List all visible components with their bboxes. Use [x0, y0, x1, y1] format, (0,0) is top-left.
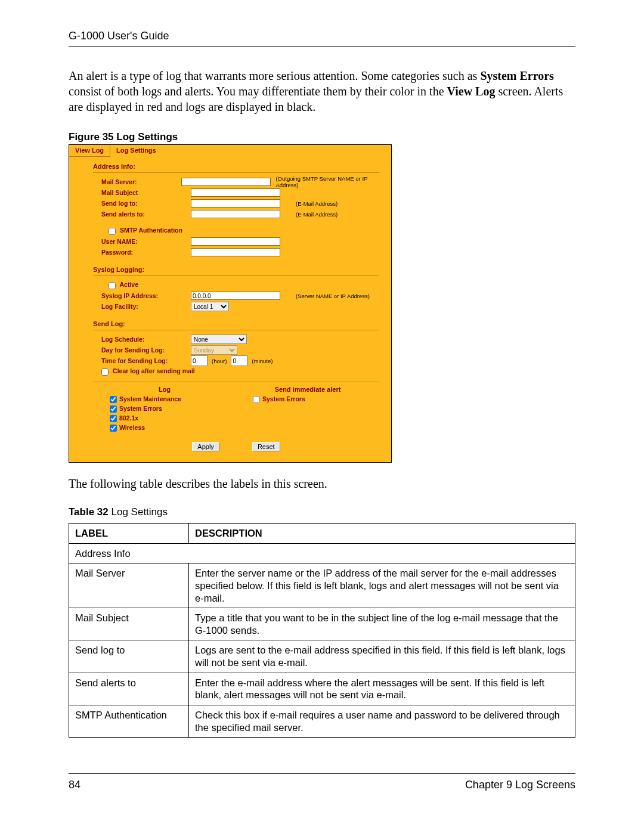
table-header-desc: DESCRIPTION: [189, 524, 575, 544]
table-row: SMTP Authentication: [69, 705, 189, 737]
table-cell: Enter the e-mail address where the alert…: [189, 673, 575, 705]
section-send-log: Send Log:: [93, 318, 379, 329]
label-active: Active: [120, 281, 139, 288]
label-day-sending: Day for Sending Log:: [93, 346, 191, 354]
table-cell: Enter the server name or the IP address …: [189, 563, 575, 608]
hint-syslog-ip: (Server NAME or IP Address): [292, 293, 370, 299]
time-minute-input[interactable]: [231, 355, 247, 366]
label-hour: (hour): [209, 358, 229, 364]
table-row: Mail Server: [69, 563, 189, 608]
smtp-auth-checkbox[interactable]: [109, 228, 116, 235]
day-sending-select[interactable]: Sunday: [191, 345, 237, 355]
log-wireless-checkbox[interactable]: [110, 425, 117, 432]
label-clear-log: Clear log after sending mail: [113, 367, 195, 374]
log-8021x-checkbox[interactable]: [110, 415, 117, 422]
mail-server-input[interactable]: [181, 178, 271, 186]
clear-log-checkbox[interactable]: [101, 368, 109, 376]
table-caption-bold: Table 32: [69, 506, 109, 518]
label-mail-server: Mail Server:: [93, 178, 181, 185]
label-smtp-auth: SMTP Authentication: [120, 227, 182, 234]
apply-button[interactable]: Apply: [192, 442, 219, 451]
chapter-label: Chapter 9 Log Screens: [465, 779, 575, 791]
intro-paragraph: An alert is a type of log that warrants …: [69, 68, 575, 114]
label-minute: (minute): [250, 358, 275, 364]
table-cell: Type a title that you want to be in the …: [189, 608, 575, 640]
label-send-alerts-to: Send alerts to:: [93, 210, 191, 218]
label-mail-subject: Mail Subject: [93, 189, 191, 196]
label-log-8021x: 802.1x: [119, 414, 138, 422]
reset-button[interactable]: Reset: [252, 442, 280, 451]
log-facility-select[interactable]: Local 1: [191, 302, 229, 311]
hint-send-log: (E-Mail Address): [292, 200, 338, 207]
after-figure-text: The following table describes the labels…: [69, 477, 575, 491]
table-cell: Check this box if e-mail requires a user…: [189, 705, 575, 737]
intro-bold-2: View Log: [447, 85, 496, 98]
intro-text-2: consist of both logs and alerts. You may…: [69, 85, 447, 98]
time-hour-input[interactable]: [191, 355, 208, 366]
send-alerts-to-input[interactable]: [191, 210, 280, 218]
log-schedule-select[interactable]: None: [191, 335, 247, 344]
user-name-input[interactable]: [191, 237, 280, 246]
figure-caption: Figure 35 Log Settings: [69, 131, 575, 143]
section-syslog: Syslog Logging:: [93, 264, 379, 274]
column-log-title: Log: [93, 386, 236, 393]
table-row: Mail Subject: [69, 608, 189, 640]
page-number: 84: [69, 779, 80, 791]
log-settings-screenshot: View Log Log Settings Address Info: Mail…: [69, 144, 392, 463]
label-syslog-ip: Syslog IP Address:: [93, 292, 191, 299]
log-sys-maint-checkbox[interactable]: [110, 396, 117, 403]
page-header: G-1000 User's Guide: [69, 30, 575, 47]
active-checkbox[interactable]: [109, 282, 116, 289]
table-header-label: LABEL: [69, 524, 189, 544]
label-send-log-to: Send log to:: [93, 200, 191, 207]
column-alert-title: Send immediate alert: [236, 386, 379, 393]
alert-sys-err-checkbox[interactable]: [253, 396, 260, 403]
intro-text-1: An alert is a type of log that warrants …: [69, 69, 480, 82]
tab-view-log[interactable]: View Log: [69, 145, 110, 157]
password-input[interactable]: [191, 248, 280, 256]
hint-send-alerts: (E-Mail Address): [292, 211, 338, 218]
mail-subject-input[interactable]: [191, 188, 280, 197]
label-time-sending: Time for Sending Log:: [93, 357, 191, 364]
section-address-info: Address Info:: [93, 160, 379, 171]
label-log-sys-err: System Errors: [119, 405, 162, 412]
label-log-facility: Log Facility:: [93, 303, 191, 310]
label-log-schedule: Log Schedule:: [93, 336, 191, 343]
table-caption: Table 32 Log Settings: [69, 506, 575, 518]
log-settings-table: LABEL DESCRIPTION Address Info Mail Serv…: [69, 523, 575, 738]
label-log-sys-maint: System Maintenance: [119, 395, 181, 402]
table-row: Send log to: [69, 640, 189, 673]
label-user-name: User NAME:: [93, 238, 191, 245]
label-password: Password:: [93, 249, 191, 256]
table-row: Address Info: [69, 543, 575, 563]
table-caption-rest: Log Settings: [109, 506, 168, 518]
label-alert-sys-err: System Errors: [262, 395, 305, 402]
intro-bold-1: System Errors: [480, 69, 554, 82]
send-log-to-input[interactable]: [191, 199, 280, 208]
label-log-wireless: Wireless: [119, 424, 145, 431]
syslog-ip-input[interactable]: [191, 292, 280, 300]
table-row: Send alerts to: [69, 673, 189, 705]
hint-mail-server: (Outgoing SMTP Server NAME or IP Address…: [272, 175, 379, 188]
log-sys-err-checkbox[interactable]: [110, 405, 117, 413]
table-cell: Logs are sent to the e-mail address spec…: [189, 640, 575, 673]
tab-log-settings[interactable]: Log Settings: [110, 145, 162, 157]
